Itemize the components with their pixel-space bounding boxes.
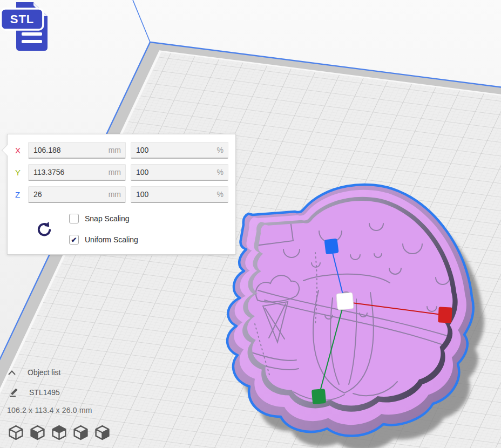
build-volume-vertical-edge — [133, 0, 150, 42]
z-axis-label: Z — [15, 190, 28, 199]
scale-tool-panel: X mm % Y mm % Z mm % — [7, 134, 236, 255]
scale-handle-center-white[interactable] — [336, 293, 354, 310]
top-view-button[interactable] — [51, 424, 67, 440]
reset-scale-button[interactable] — [36, 221, 52, 238]
y-mm-field-wrap: mm — [28, 164, 126, 181]
y-size-input[interactable] — [28, 164, 126, 181]
y-pct-field-wrap: % — [131, 164, 228, 181]
snap-scaling-label: Snap Scaling — [85, 214, 130, 223]
left-view-cube-icon — [72, 424, 89, 441]
z-mm-field-wrap: mm — [28, 186, 126, 203]
z-pct-field-wrap: % — [131, 186, 228, 203]
snap-scaling-checkbox[interactable] — [69, 214, 79, 223]
pencil-edit-icon — [9, 387, 19, 397]
x-mm-field-wrap: mm — [28, 142, 126, 159]
right-view-button[interactable] — [94, 424, 111, 440]
y-axis-label: Y — [15, 168, 28, 177]
z-size-input[interactable] — [28, 186, 126, 203]
model-stl1495[interactable] — [227, 185, 473, 436]
object-list-header[interactable]: Object list — [8, 368, 60, 377]
x-percent-input[interactable] — [131, 142, 228, 159]
scale-row-x: X mm % — [15, 142, 228, 159]
iso-view-button[interactable] — [8, 424, 24, 440]
front-view-cube-icon — [29, 424, 46, 441]
object-list-item[interactable]: STL1495 — [9, 387, 60, 397]
y-percent-input[interactable] — [131, 164, 228, 181]
scale-handle-y-green[interactable] — [312, 389, 326, 404]
reset-rotate-icon — [36, 221, 52, 238]
scale-row-z: Z mm % — [15, 186, 228, 203]
right-view-cube-icon — [94, 424, 111, 441]
selected-model-dimensions: 106.2 x 113.4 x 26.0 mm — [7, 406, 92, 415]
camera-view-toolbar — [8, 424, 111, 440]
z-percent-input[interactable] — [131, 186, 228, 203]
top-view-cube-icon — [51, 424, 67, 441]
stl-badge-label: STL — [10, 12, 35, 26]
left-view-button[interactable] — [72, 424, 89, 440]
scale-handle-z-blue[interactable] — [324, 239, 339, 255]
x-axis-label: X — [15, 146, 28, 155]
snap-scaling-row: Snap Scaling — [69, 214, 130, 223]
x-size-input[interactable] — [28, 142, 126, 159]
front-view-button[interactable] — [29, 424, 46, 440]
chevron-up-icon — [8, 370, 16, 376]
object-list-title: Object list — [28, 368, 60, 377]
uniform-scaling-row: ✔ Uniform Scaling — [69, 235, 138, 245]
x-pct-field-wrap: % — [131, 142, 228, 159]
stl-file-icon: STL — [0, 0, 51, 55]
scale-row-y: Y mm % — [15, 164, 228, 181]
iso-view-cube-icon — [8, 424, 24, 441]
scale-handle-x-red[interactable] — [438, 307, 452, 323]
uniform-scaling-checkbox[interactable]: ✔ — [69, 235, 79, 245]
object-name: STL1495 — [29, 388, 60, 397]
uniform-scaling-label: Uniform Scaling — [85, 235, 138, 244]
